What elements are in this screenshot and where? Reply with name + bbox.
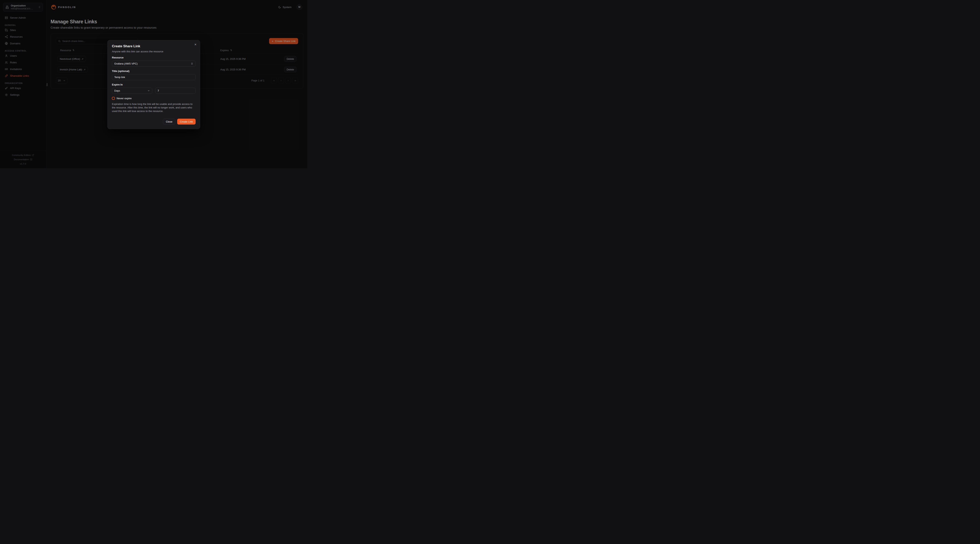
never-expire-label: Never expire	[117, 97, 132, 100]
resource-field-label: Resource	[112, 56, 196, 59]
resource-select-value: Grafana (AWS VPC)	[114, 62, 138, 65]
modal-subtitle: Anyone with this link can access the res…	[112, 50, 196, 53]
title-field-label: Title (optional)	[112, 70, 196, 73]
modal-title: Create Share Link	[112, 44, 196, 48]
never-expire-row: Never expire	[112, 97, 196, 100]
expiration-description: Expiration time is how long the link wil…	[112, 102, 196, 113]
chevron-down-icon	[147, 89, 150, 92]
close-button[interactable]: Close	[163, 119, 175, 124]
resource-select[interactable]: Grafana (AWS VPC)	[112, 61, 196, 67]
expire-amount-input[interactable]	[158, 89, 193, 92]
never-expire-checkbox[interactable]	[112, 97, 115, 100]
title-field	[112, 74, 196, 80]
expire-field-label: Expire In	[112, 83, 196, 86]
title-input[interactable]	[114, 76, 193, 79]
create-link-button[interactable]: Create Link	[177, 119, 196, 124]
expire-unit-select[interactable]: Days	[112, 88, 152, 94]
expire-unit-value: Days	[114, 89, 120, 92]
close-icon[interactable]: ✕	[194, 43, 197, 46]
create-share-link-modal: ✕ Create Share Link Anyone with this lin…	[107, 40, 200, 129]
chevrons-up-down-icon	[191, 62, 193, 65]
expire-row: Days	[112, 86, 196, 94]
expire-amount-field	[155, 88, 196, 94]
modal-footer: Close Create Link	[163, 119, 196, 124]
